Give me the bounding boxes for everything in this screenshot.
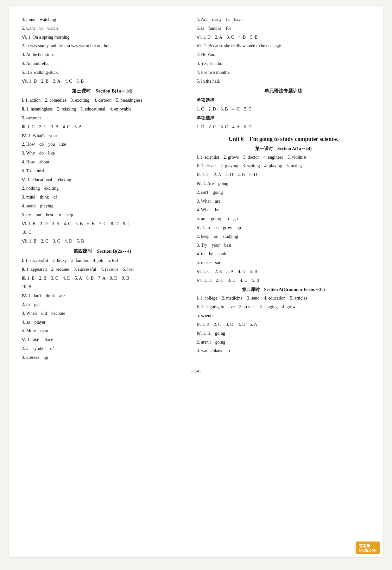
right-b1-l5: 2. He Yan.: [197, 51, 370, 59]
left-b2-l2: Ⅱ. 1. meaningless 2. relaxing 3. educati…: [22, 105, 182, 113]
two-column-layout: 4. mind watching 5. want to watch Ⅵ. 1. …: [22, 16, 370, 364]
right-b1-l2: 5. is famous for: [197, 25, 370, 32]
right-b3-l5: 2. isn't going: [197, 189, 370, 196]
right-block-4: 第二课时 Section A(Grammar Focus～3c) Ⅰ. 1. c…: [197, 287, 370, 355]
right-b2-l2: 1. C 2. D 3. B 4. C 5. C: [197, 105, 370, 113]
right-b2-l3: 单项选择: [197, 114, 370, 122]
left-b2-l5: Ⅳ. 1. What's your: [22, 132, 182, 140]
left-b3-title: 第四课时 Section B(2a～4): [22, 248, 182, 254]
left-b3-l5: Ⅳ. 1. don't think are: [22, 292, 182, 300]
left-b1-l2: 5. want to watch: [22, 25, 182, 32]
left-b1-l4: 2. It was sunny and the sun was warm but…: [22, 42, 182, 50]
left-b3-l12: 3. dresses up: [22, 354, 182, 361]
right-column: 4. Are ready to have 5. is famous for Ⅵ.…: [189, 16, 370, 364]
left-b2-l17: Ⅶ. 1. B 2. C 3. C 4. D 5. B: [22, 238, 182, 245]
right-b1-l4: Ⅶ. 1. Because she really wanted to be on…: [197, 42, 370, 50]
right-b4-l7: 3. wants/plans to: [197, 347, 370, 355]
right-b3-l8: 5. am going to go: [197, 215, 370, 223]
right-b3-l13: 5. make sure: [197, 259, 370, 267]
right-b3-l4: Ⅳ. 1. Are going: [197, 180, 370, 187]
left-b2-l3: 5. cartoons: [22, 114, 182, 122]
right-b1-l8: 5. In the hall.: [197, 78, 370, 85]
left-b2-l14: 5. try our best to help: [22, 211, 182, 219]
right-b3-l10: 2. keep on studying: [197, 233, 370, 240]
right-b3-l11: 3. Try your best: [197, 242, 370, 249]
left-block-1: 4. mind watching 5. want to watch Ⅵ. 1. …: [22, 16, 182, 85]
left-b3-l4: 10. B: [22, 283, 182, 291]
grammar-title: 单元语法专题训练: [197, 88, 370, 94]
left-b2-l13: 4. stand playing: [22, 202, 182, 210]
right-b3-l3: Ⅲ. 1. C 2. A 3. D 4. B 5. D: [197, 171, 370, 179]
left-b2-l15: Ⅵ. 1. B 2. D 3. A 4. C 5. B 6. B 7. C 8.…: [22, 220, 182, 228]
right-b4-l5: Ⅳ. 1. Is going: [197, 330, 370, 337]
right-b4-l6: 2. aren't going: [197, 339, 370, 346]
subsection-title-1: 第一课时 Section A(1a～2d): [197, 146, 370, 152]
left-b2-l1: Ⅰ. 1. action 2. comedies 3. exciting 4. …: [22, 97, 182, 104]
left-b1-l6: 4. An umbrella.: [22, 60, 182, 67]
left-b2-title: 第三课时 Section B(1a～1d): [22, 88, 182, 94]
right-block-3: Unit 6 I'm going to study computer scien…: [197, 135, 370, 284]
left-b3-l6: 2. to get: [22, 301, 182, 308]
watermark-badge: 答案圈 MXQE.COM: [356, 542, 380, 554]
unit-title: Unit 6 I'm going to study computer scien…: [197, 135, 370, 143]
left-b3-l3: Ⅲ. 1. B 2. B 3. C 4. D 5. A 6. B 7. A 8.…: [22, 275, 182, 282]
right-b4-l4: Ⅲ. 1. B 2. C 3. D 4. D 5. A: [197, 321, 370, 328]
left-column: 4. mind watching 5. want to watch Ⅵ. 1. …: [22, 16, 189, 364]
right-block-1: 4. Are ready to have 5. is famous for Ⅵ.…: [197, 16, 370, 85]
left-block-2: 第三课时 Section B(1a～1d) Ⅰ. 1. action 2. co…: [22, 88, 182, 245]
right-b4-l3: 5. scientist: [197, 312, 370, 320]
right-b1-l3: Ⅵ. 1. D 2. A 3. C 4. B 5. B: [197, 34, 370, 41]
right-b3-l7: 4. What be: [197, 206, 370, 214]
right-b3-l6: 3. What are: [197, 198, 370, 205]
left-b1-l5: 3. At the bus stop.: [22, 51, 182, 59]
left-b1-l8: Ⅶ. 1. D 2. B 3. A 4. C 5. B: [22, 78, 182, 85]
watermark-line1: 答案圈: [359, 544, 370, 548]
subsection-title-2: 第二课时 Section A(Grammar Focus～3c): [197, 287, 370, 293]
watermark-line2: MXQE.COM: [359, 549, 376, 552]
right-b2-l1: 单项选择: [197, 97, 370, 104]
right-block-2: 单元语法专题训练 单项选择 1. C 2. D 3. B 4. C 5. C 单…: [197, 88, 370, 130]
left-b3-l9: 5. More than: [22, 327, 182, 335]
left-b2-l10: Ⅴ. 1. educational relaxing: [22, 176, 182, 184]
right-b3-l14: Ⅵ. 1. C 2. E 3. A 4. D 5. B: [197, 268, 370, 276]
left-block-3: 第四课时 Section B(2a～4) Ⅰ. 1. successful 2.…: [22, 248, 182, 361]
right-b2-l4: 1. D 2. C 3. C 4. A 5. D: [197, 123, 370, 131]
right-b1-l7: 4. For two months.: [197, 69, 370, 76]
left-b2-l11: 2. nothing exciting: [22, 185, 182, 192]
left-b3-l7: 3. When did become: [22, 310, 182, 317]
right-b3-l12: 4. to be cook: [197, 250, 370, 258]
page: 4. mind watching 5. want to watch Ⅵ. 1. …: [9, 6, 383, 557]
left-b3-l8: 4. as player: [22, 319, 182, 326]
right-b3-l15: Ⅶ. 1. D 2. C 3. D 4. D 5. B: [197, 277, 370, 284]
page-number: · 154 ·: [22, 369, 370, 374]
left-b3-l1: Ⅰ. 1. successful 2. lucky 3. famous 4. j…: [22, 257, 182, 264]
left-b1-l7: 5. His walking-stick.: [22, 69, 182, 76]
right-b1-l1: 4. Are ready to have: [197, 16, 370, 23]
left-b1-l1: 4. mind watching: [22, 16, 182, 23]
right-b4-l2: Ⅱ. 1. is going to leave 2. to visit 3. s…: [197, 303, 370, 311]
left-b3-l10: Ⅴ. 1. take place: [22, 336, 182, 344]
left-b2-l8: 4. How about: [22, 158, 182, 166]
left-b2-l16: 10. C: [22, 229, 182, 236]
left-b3-l2: Ⅱ. 1. appeared 2. became 3. successful 4…: [22, 266, 182, 273]
left-b2-l6: 2. How do you like: [22, 141, 182, 148]
right-b3-l2: Ⅱ. 1. driver 2. playing 3. writing 4. pl…: [197, 162, 370, 170]
left-b2-l4: Ⅲ. 1. C 2. C 3. B 4. C 5. A: [22, 123, 182, 131]
right-b3-l9: Ⅴ. 1. to be grow up: [197, 224, 370, 231]
left-b1-l3: Ⅵ. 1. On a spring morning.: [22, 34, 182, 41]
left-b2-l9: 5. To finish: [22, 167, 182, 175]
right-b3-l1: Ⅰ. 1. scientist 2. grows 3. doctor 4. en…: [197, 154, 370, 161]
right-b1-l6: 3. Yes, she did.: [197, 60, 370, 67]
left-b2-l7: 3. Why do like: [22, 149, 182, 157]
right-b4-l1: Ⅰ. 1. college 2. medicine 3. send 4. edu…: [197, 294, 370, 302]
left-b2-l12: 3. mind think of: [22, 193, 182, 201]
left-b3-l11: 2. a symbol of: [22, 345, 182, 352]
